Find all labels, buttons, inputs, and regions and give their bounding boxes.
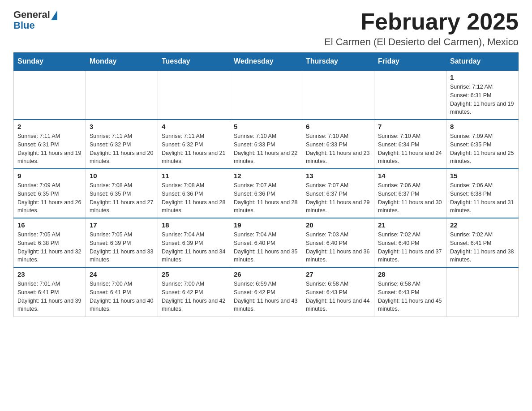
calendar-cell: 16Sunrise: 7:05 AM Sunset: 6:38 PM Dayli…	[14, 218, 86, 267]
calendar-week-row: 9Sunrise: 7:09 AM Sunset: 6:35 PM Daylig…	[14, 169, 519, 218]
day-info: Sunrise: 7:10 AM Sunset: 6:33 PM Dayligh…	[234, 132, 298, 166]
day-info: Sunrise: 7:10 AM Sunset: 6:33 PM Dayligh…	[306, 132, 370, 166]
day-number: 19	[234, 221, 298, 229]
calendar-cell: 9Sunrise: 7:09 AM Sunset: 6:35 PM Daylig…	[14, 169, 86, 218]
weekday-header-row: Sunday Monday Tuesday Wednesday Thursday…	[14, 53, 519, 71]
header-thursday: Thursday	[302, 53, 374, 71]
calendar-cell: 24Sunrise: 7:00 AM Sunset: 6:41 PM Dayli…	[86, 267, 158, 317]
day-number: 1	[450, 73, 515, 81]
day-number: 3	[90, 123, 154, 130]
calendar-week-row: 16Sunrise: 7:05 AM Sunset: 6:38 PM Dayli…	[14, 218, 519, 267]
day-number: 28	[378, 270, 442, 278]
day-info: Sunrise: 7:03 AM Sunset: 6:40 PM Dayligh…	[306, 231, 370, 264]
day-number: 5	[234, 123, 298, 130]
day-number: 27	[306, 270, 370, 278]
logo-blue-text: Blue	[13, 20, 35, 31]
logo-general-text: General	[13, 9, 50, 21]
day-info: Sunrise: 7:02 AM Sunset: 6:40 PM Dayligh…	[378, 231, 442, 264]
calendar-cell: 12Sunrise: 7:07 AM Sunset: 6:36 PM Dayli…	[230, 169, 302, 218]
day-number: 20	[306, 221, 370, 229]
calendar-cell	[158, 70, 230, 120]
day-number: 14	[378, 172, 442, 180]
calendar-cell: 5Sunrise: 7:10 AM Sunset: 6:33 PM Daylig…	[230, 120, 302, 169]
header-saturday: Saturday	[446, 53, 519, 71]
day-info: Sunrise: 7:04 AM Sunset: 6:40 PM Dayligh…	[234, 231, 298, 264]
calendar-cell: 2Sunrise: 7:11 AM Sunset: 6:31 PM Daylig…	[14, 120, 86, 169]
day-info: Sunrise: 7:06 AM Sunset: 6:38 PM Dayligh…	[450, 181, 515, 215]
day-number: 4	[162, 123, 226, 130]
calendar-cell	[446, 267, 519, 317]
day-number: 9	[17, 172, 82, 180]
day-info: Sunrise: 6:58 AM Sunset: 6:43 PM Dayligh…	[378, 280, 442, 313]
day-number: 12	[234, 172, 298, 180]
header-monday: Monday	[86, 53, 158, 71]
day-info: Sunrise: 7:08 AM Sunset: 6:35 PM Dayligh…	[90, 181, 154, 215]
day-info: Sunrise: 7:11 AM Sunset: 6:32 PM Dayligh…	[162, 132, 226, 166]
calendar-cell: 11Sunrise: 7:08 AM Sunset: 6:36 PM Dayli…	[158, 169, 230, 218]
day-number: 6	[306, 123, 370, 130]
calendar-cell: 22Sunrise: 7:02 AM Sunset: 6:41 PM Dayli…	[446, 218, 519, 267]
calendar-cell: 20Sunrise: 7:03 AM Sunset: 6:40 PM Dayli…	[302, 218, 374, 267]
day-info: Sunrise: 7:06 AM Sunset: 6:37 PM Dayligh…	[378, 181, 442, 215]
calendar-cell: 10Sunrise: 7:08 AM Sunset: 6:35 PM Dayli…	[86, 169, 158, 218]
calendar-cell: 8Sunrise: 7:09 AM Sunset: 6:35 PM Daylig…	[446, 120, 519, 169]
header-wednesday: Wednesday	[230, 53, 302, 71]
title-section: February 2025 El Carmen (El Desierto del…	[324, 9, 519, 48]
day-number: 22	[450, 221, 515, 229]
day-number: 13	[306, 172, 370, 180]
day-number: 25	[162, 270, 226, 278]
day-info: Sunrise: 7:02 AM Sunset: 6:41 PM Dayligh…	[450, 231, 515, 264]
header-sunday: Sunday	[14, 53, 86, 71]
header-tuesday: Tuesday	[158, 53, 230, 71]
calendar-cell: 15Sunrise: 7:06 AM Sunset: 6:38 PM Dayli…	[446, 169, 519, 218]
day-number: 2	[17, 123, 82, 130]
day-info: Sunrise: 7:09 AM Sunset: 6:35 PM Dayligh…	[17, 181, 82, 215]
day-number: 23	[17, 270, 82, 278]
day-info: Sunrise: 6:58 AM Sunset: 6:43 PM Dayligh…	[306, 280, 370, 313]
calendar-cell	[14, 70, 86, 120]
calendar-cell: 25Sunrise: 7:00 AM Sunset: 6:42 PM Dayli…	[158, 267, 230, 317]
calendar-cell	[86, 70, 158, 120]
day-info: Sunrise: 7:07 AM Sunset: 6:36 PM Dayligh…	[234, 181, 298, 215]
calendar-cell: 3Sunrise: 7:11 AM Sunset: 6:32 PM Daylig…	[86, 120, 158, 169]
day-number: 24	[90, 270, 154, 278]
calendar-cell: 4Sunrise: 7:11 AM Sunset: 6:32 PM Daylig…	[158, 120, 230, 169]
day-info: Sunrise: 7:08 AM Sunset: 6:36 PM Dayligh…	[162, 181, 226, 215]
logo: General Blue	[13, 9, 57, 31]
calendar-cell: 27Sunrise: 6:58 AM Sunset: 6:43 PM Dayli…	[302, 267, 374, 317]
day-number: 21	[378, 221, 442, 229]
day-info: Sunrise: 7:00 AM Sunset: 6:41 PM Dayligh…	[90, 280, 154, 313]
day-info: Sunrise: 7:05 AM Sunset: 6:39 PM Dayligh…	[90, 231, 154, 264]
day-info: Sunrise: 7:11 AM Sunset: 6:32 PM Dayligh…	[90, 132, 154, 166]
page-header: General Blue February 2025 El Carmen (El…	[13, 9, 519, 48]
calendar-table: Sunday Monday Tuesday Wednesday Thursday…	[13, 52, 519, 317]
day-number: 11	[162, 172, 226, 180]
header-friday: Friday	[374, 53, 446, 71]
calendar-cell: 26Sunrise: 6:59 AM Sunset: 6:42 PM Dayli…	[230, 267, 302, 317]
calendar-cell	[302, 70, 374, 120]
calendar-cell: 19Sunrise: 7:04 AM Sunset: 6:40 PM Dayli…	[230, 218, 302, 267]
day-number: 16	[17, 221, 82, 229]
day-info: Sunrise: 7:11 AM Sunset: 6:31 PM Dayligh…	[17, 132, 82, 166]
calendar-week-row: 23Sunrise: 7:01 AM Sunset: 6:41 PM Dayli…	[14, 267, 519, 317]
day-info: Sunrise: 7:12 AM Sunset: 6:31 PM Dayligh…	[450, 83, 515, 116]
calendar-cell: 14Sunrise: 7:06 AM Sunset: 6:37 PM Dayli…	[374, 169, 446, 218]
day-info: Sunrise: 7:10 AM Sunset: 6:34 PM Dayligh…	[378, 132, 442, 166]
day-number: 17	[90, 221, 154, 229]
calendar-week-row: 2Sunrise: 7:11 AM Sunset: 6:31 PM Daylig…	[14, 120, 519, 169]
calendar-cell: 21Sunrise: 7:02 AM Sunset: 6:40 PM Dayli…	[374, 218, 446, 267]
day-info: Sunrise: 7:04 AM Sunset: 6:39 PM Dayligh…	[162, 231, 226, 264]
location-title: El Carmen (El Desierto del Carmen), Mexi…	[324, 36, 519, 48]
day-number: 8	[450, 123, 515, 130]
calendar-cell: 18Sunrise: 7:04 AM Sunset: 6:39 PM Dayli…	[158, 218, 230, 267]
day-number: 15	[450, 172, 515, 180]
calendar-cell: 7Sunrise: 7:10 AM Sunset: 6:34 PM Daylig…	[374, 120, 446, 169]
day-info: Sunrise: 7:09 AM Sunset: 6:35 PM Dayligh…	[450, 132, 515, 166]
calendar-cell: 1Sunrise: 7:12 AM Sunset: 6:31 PM Daylig…	[446, 70, 519, 120]
calendar-cell: 6Sunrise: 7:10 AM Sunset: 6:33 PM Daylig…	[302, 120, 374, 169]
day-info: Sunrise: 6:59 AM Sunset: 6:42 PM Dayligh…	[234, 280, 298, 313]
calendar-cell: 28Sunrise: 6:58 AM Sunset: 6:43 PM Dayli…	[374, 267, 446, 317]
day-number: 26	[234, 270, 298, 278]
logo-triangle-icon	[51, 10, 57, 20]
calendar-week-row: 1Sunrise: 7:12 AM Sunset: 6:31 PM Daylig…	[14, 70, 519, 120]
